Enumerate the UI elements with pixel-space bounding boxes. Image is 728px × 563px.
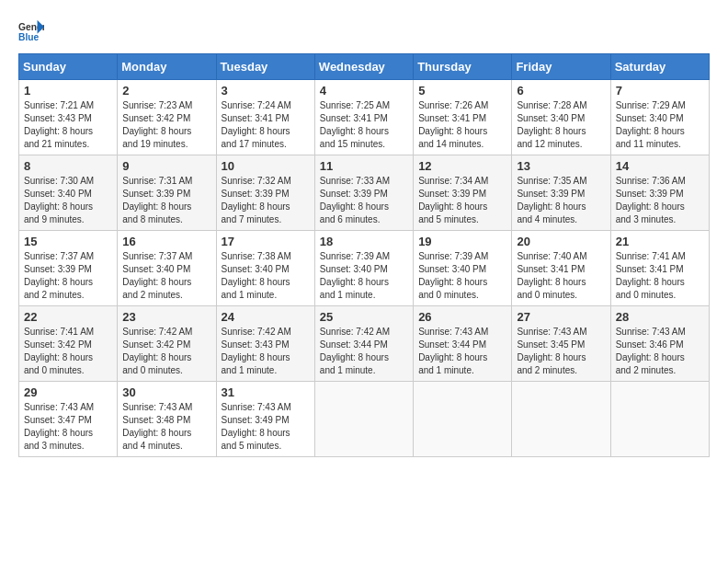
day-detail: Sunrise: 7:43 AM Sunset: 3:46 PM Dayligh… xyxy=(616,326,704,377)
calendar-cell: 5Sunrise: 7:26 AM Sunset: 3:41 PM Daylig… xyxy=(414,80,512,155)
calendar-cell: 27Sunrise: 7:43 AM Sunset: 3:45 PM Dayli… xyxy=(512,306,610,382)
calendar-cell: 11Sunrise: 7:33 AM Sunset: 3:39 PM Dayli… xyxy=(314,155,413,231)
day-number: 24 xyxy=(222,310,310,324)
calendar-header-row: SundayMondayTuesdayWednesdayThursdayFrid… xyxy=(19,54,710,80)
calendar-cell: 15Sunrise: 7:37 AM Sunset: 3:39 PM Dayli… xyxy=(19,231,118,306)
day-number: 4 xyxy=(320,84,408,98)
day-detail: Sunrise: 7:36 AM Sunset: 3:39 PM Dayligh… xyxy=(616,175,704,226)
day-number: 7 xyxy=(616,84,704,98)
calendar-cell: 2Sunrise: 7:23 AM Sunset: 3:42 PM Daylig… xyxy=(118,80,216,155)
day-number: 28 xyxy=(616,310,704,324)
day-detail: Sunrise: 7:43 AM Sunset: 3:48 PM Dayligh… xyxy=(122,401,210,453)
day-number: 19 xyxy=(418,235,506,248)
day-detail: Sunrise: 7:34 AM Sunset: 3:39 PM Dayligh… xyxy=(418,175,506,226)
calendar-cell: 20Sunrise: 7:40 AM Sunset: 3:41 PM Dayli… xyxy=(512,231,610,306)
day-detail: Sunrise: 7:24 AM Sunset: 3:41 PM Dayligh… xyxy=(222,99,310,151)
day-detail: Sunrise: 7:29 AM Sunset: 3:40 PM Dayligh… xyxy=(616,99,704,151)
day-number: 9 xyxy=(122,159,210,173)
calendar-cell: 28Sunrise: 7:43 AM Sunset: 3:46 PM Dayli… xyxy=(610,306,709,382)
day-number: 12 xyxy=(418,159,506,173)
column-header-friday: Friday xyxy=(512,54,610,80)
day-detail: Sunrise: 7:25 AM Sunset: 3:41 PM Dayligh… xyxy=(320,99,408,151)
column-header-monday: Monday xyxy=(118,54,216,80)
day-detail: Sunrise: 7:30 AM Sunset: 3:40 PM Dayligh… xyxy=(24,175,112,226)
calendar-cell: 19Sunrise: 7:39 AM Sunset: 3:40 PM Dayli… xyxy=(414,231,512,306)
day-detail: Sunrise: 7:43 AM Sunset: 3:44 PM Dayligh… xyxy=(418,326,506,377)
calendar-cell: 22Sunrise: 7:41 AM Sunset: 3:42 PM Dayli… xyxy=(19,306,118,382)
day-detail: Sunrise: 7:42 AM Sunset: 3:44 PM Dayligh… xyxy=(320,326,408,377)
day-detail: Sunrise: 7:32 AM Sunset: 3:39 PM Dayligh… xyxy=(222,175,310,226)
calendar-cell: 1Sunrise: 7:21 AM Sunset: 3:43 PM Daylig… xyxy=(19,80,118,155)
day-number: 21 xyxy=(616,235,704,248)
page-header: General Blue xyxy=(18,18,710,44)
day-detail: Sunrise: 7:33 AM Sunset: 3:39 PM Dayligh… xyxy=(320,175,408,226)
calendar-week-row: 1Sunrise: 7:21 AM Sunset: 3:43 PM Daylig… xyxy=(19,80,710,155)
day-detail: Sunrise: 7:41 AM Sunset: 3:42 PM Dayligh… xyxy=(24,326,112,377)
calendar-cell: 29Sunrise: 7:43 AM Sunset: 3:47 PM Dayli… xyxy=(19,382,118,457)
column-header-wednesday: Wednesday xyxy=(314,54,413,80)
logo-icon: General Blue xyxy=(18,18,44,44)
calendar-cell: 8Sunrise: 7:30 AM Sunset: 3:40 PM Daylig… xyxy=(19,155,118,231)
calendar-cell: 30Sunrise: 7:43 AM Sunset: 3:48 PM Dayli… xyxy=(118,382,216,457)
day-number: 10 xyxy=(222,159,310,173)
day-number: 16 xyxy=(122,235,210,248)
calendar-cell: 21Sunrise: 7:41 AM Sunset: 3:41 PM Dayli… xyxy=(610,231,709,306)
calendar-cell: 12Sunrise: 7:34 AM Sunset: 3:39 PM Dayli… xyxy=(414,155,512,231)
calendar-week-row: 8Sunrise: 7:30 AM Sunset: 3:40 PM Daylig… xyxy=(19,155,710,231)
calendar-cell xyxy=(314,382,413,457)
day-detail: Sunrise: 7:43 AM Sunset: 3:45 PM Dayligh… xyxy=(517,326,605,377)
day-detail: Sunrise: 7:43 AM Sunset: 3:47 PM Dayligh… xyxy=(24,401,112,453)
day-detail: Sunrise: 7:42 AM Sunset: 3:43 PM Dayligh… xyxy=(222,326,310,377)
logo: General Blue xyxy=(18,18,44,44)
day-detail: Sunrise: 7:37 AM Sunset: 3:39 PM Dayligh… xyxy=(24,250,112,302)
calendar-cell: 4Sunrise: 7:25 AM Sunset: 3:41 PM Daylig… xyxy=(314,80,413,155)
day-number: 1 xyxy=(24,84,112,98)
calendar-cell: 26Sunrise: 7:43 AM Sunset: 3:44 PM Dayli… xyxy=(414,306,512,382)
day-detail: Sunrise: 7:37 AM Sunset: 3:40 PM Dayligh… xyxy=(122,250,210,302)
day-number: 18 xyxy=(320,235,408,248)
column-header-thursday: Thursday xyxy=(414,54,512,80)
calendar-cell: 31Sunrise: 7:43 AM Sunset: 3:49 PM Dayli… xyxy=(216,382,314,457)
calendar-week-row: 15Sunrise: 7:37 AM Sunset: 3:39 PM Dayli… xyxy=(19,231,710,306)
calendar-cell: 25Sunrise: 7:42 AM Sunset: 3:44 PM Dayli… xyxy=(314,306,413,382)
calendar-cell xyxy=(414,382,512,457)
column-header-tuesday: Tuesday xyxy=(216,54,314,80)
day-number: 14 xyxy=(616,159,704,173)
calendar-cell: 13Sunrise: 7:35 AM Sunset: 3:39 PM Dayli… xyxy=(512,155,610,231)
calendar-cell: 18Sunrise: 7:39 AM Sunset: 3:40 PM Dayli… xyxy=(314,231,413,306)
day-detail: Sunrise: 7:21 AM Sunset: 3:43 PM Dayligh… xyxy=(24,99,112,151)
day-detail: Sunrise: 7:38 AM Sunset: 3:40 PM Dayligh… xyxy=(222,250,310,302)
day-detail: Sunrise: 7:28 AM Sunset: 3:40 PM Dayligh… xyxy=(517,99,605,151)
day-number: 5 xyxy=(418,84,506,98)
calendar-cell: 10Sunrise: 7:32 AM Sunset: 3:39 PM Dayli… xyxy=(216,155,314,231)
calendar-cell: 17Sunrise: 7:38 AM Sunset: 3:40 PM Dayli… xyxy=(216,231,314,306)
day-detail: Sunrise: 7:39 AM Sunset: 3:40 PM Dayligh… xyxy=(320,250,408,302)
calendar-cell: 14Sunrise: 7:36 AM Sunset: 3:39 PM Dayli… xyxy=(610,155,709,231)
day-number: 30 xyxy=(122,385,210,399)
day-detail: Sunrise: 7:31 AM Sunset: 3:39 PM Dayligh… xyxy=(122,175,210,226)
column-header-sunday: Sunday xyxy=(19,54,118,80)
day-number: 27 xyxy=(517,310,605,324)
day-detail: Sunrise: 7:23 AM Sunset: 3:42 PM Dayligh… xyxy=(122,99,210,151)
day-detail: Sunrise: 7:43 AM Sunset: 3:49 PM Dayligh… xyxy=(222,401,310,453)
day-number: 26 xyxy=(418,310,506,324)
day-number: 15 xyxy=(24,235,112,248)
day-number: 8 xyxy=(24,159,112,173)
calendar-cell xyxy=(610,382,709,457)
calendar-cell: 23Sunrise: 7:42 AM Sunset: 3:42 PM Dayli… xyxy=(118,306,216,382)
day-number: 25 xyxy=(320,310,408,324)
day-detail: Sunrise: 7:41 AM Sunset: 3:41 PM Dayligh… xyxy=(616,250,704,302)
calendar-cell: 3Sunrise: 7:24 AM Sunset: 3:41 PM Daylig… xyxy=(216,80,314,155)
calendar-week-row: 29Sunrise: 7:43 AM Sunset: 3:47 PM Dayli… xyxy=(19,382,710,457)
calendar-week-row: 22Sunrise: 7:41 AM Sunset: 3:42 PM Dayli… xyxy=(19,306,710,382)
day-detail: Sunrise: 7:26 AM Sunset: 3:41 PM Dayligh… xyxy=(418,99,506,151)
calendar-cell: 24Sunrise: 7:42 AM Sunset: 3:43 PM Dayli… xyxy=(216,306,314,382)
day-number: 31 xyxy=(222,385,310,399)
day-number: 17 xyxy=(222,235,310,248)
day-detail: Sunrise: 7:35 AM Sunset: 3:39 PM Dayligh… xyxy=(517,175,605,226)
calendar-cell: 6Sunrise: 7:28 AM Sunset: 3:40 PM Daylig… xyxy=(512,80,610,155)
calendar-table: SundayMondayTuesdayWednesdayThursdayFrid… xyxy=(18,53,710,457)
day-detail: Sunrise: 7:39 AM Sunset: 3:40 PM Dayligh… xyxy=(418,250,506,302)
day-detail: Sunrise: 7:40 AM Sunset: 3:41 PM Dayligh… xyxy=(517,250,605,302)
calendar-cell xyxy=(512,382,610,457)
